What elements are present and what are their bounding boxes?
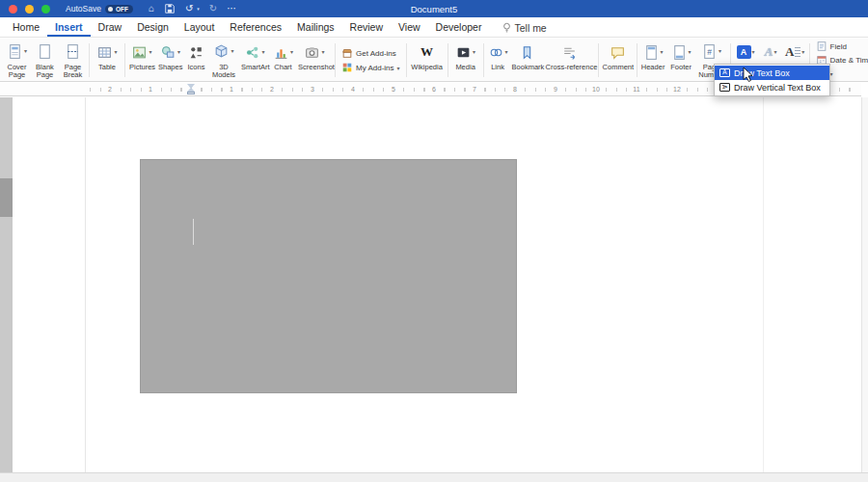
page-break-label: Page Break bbox=[61, 64, 85, 80]
3d-models-icon bbox=[213, 43, 230, 60]
table-button[interactable]: ▾ Table bbox=[93, 40, 122, 80]
ribbon-separator bbox=[406, 43, 407, 77]
chart-button[interactable]: ▾ Chart bbox=[271, 40, 295, 80]
text-box-icon: A bbox=[737, 45, 751, 59]
chevron-down-icon: ▾ bbox=[290, 49, 293, 56]
chevron-down-icon: ▾ bbox=[801, 49, 804, 56]
get-addins-button[interactable]: Get Add-ins bbox=[341, 47, 400, 60]
comment-button[interactable]: Comment bbox=[602, 40, 634, 80]
vertical-scrollbar[interactable] bbox=[861, 97, 868, 472]
pictures-button[interactable]: ▾ Pictures bbox=[128, 40, 155, 80]
save-icon[interactable] bbox=[164, 3, 176, 14]
header-button[interactable]: ▾ Header bbox=[640, 40, 666, 80]
link-label: Link bbox=[488, 64, 508, 72]
ruler-number: 7 bbox=[472, 86, 477, 93]
smartart-icon bbox=[244, 44, 260, 61]
ribbon-separator bbox=[89, 43, 90, 77]
table-label: Table bbox=[94, 64, 121, 72]
tell-me-label: Tell me bbox=[514, 22, 546, 34]
page-number-icon: # bbox=[701, 43, 718, 60]
redo-icon[interactable]: ↻ bbox=[209, 4, 217, 13]
tab-developer[interactable]: Developer bbox=[428, 18, 490, 37]
ruler-number: 11 bbox=[632, 86, 640, 93]
image-placeholder[interactable] bbox=[140, 159, 517, 393]
media-icon bbox=[455, 44, 472, 61]
ribbon-separator bbox=[483, 43, 484, 77]
ruler-number: 10 bbox=[591, 86, 601, 93]
icons-icon bbox=[188, 44, 204, 61]
draw-vertical-text-box-icon: A bbox=[719, 83, 730, 92]
3d-models-button[interactable]: ▾ 3D Models bbox=[209, 40, 238, 80]
tab-layout[interactable]: Layout bbox=[176, 18, 223, 37]
header-label: Header bbox=[641, 64, 665, 72]
chevron-down-icon: ▾ bbox=[261, 49, 264, 56]
chevron-down-icon: ▾ bbox=[231, 48, 233, 55]
tab-home[interactable]: Home bbox=[5, 18, 47, 37]
blank-page-button[interactable]: Blank Page bbox=[32, 40, 58, 80]
field-button[interactable]: Field bbox=[816, 40, 868, 52]
get-addins-icon bbox=[341, 47, 353, 59]
get-addins-label: Get Add-ins bbox=[356, 49, 396, 58]
chevron-down-icon: ▾ bbox=[830, 70, 833, 77]
screenshot-label: Screenshot bbox=[298, 64, 331, 72]
tab-design[interactable]: Design bbox=[129, 18, 176, 37]
tell-me[interactable]: Tell me bbox=[502, 22, 546, 37]
undo-chevron-icon[interactable]: ▾ bbox=[197, 6, 200, 12]
footer-button[interactable]: ▾ Footer bbox=[668, 40, 694, 80]
ruler-number: 9 bbox=[553, 86, 558, 93]
my-addins-button[interactable]: My Add-ins ▾ bbox=[341, 62, 400, 74]
icons-button[interactable]: Icons bbox=[185, 40, 207, 80]
screenshot-button[interactable]: ▾ Screenshot bbox=[297, 40, 332, 80]
ribbon-group-tables: ▾ Table bbox=[93, 40, 122, 80]
chevron-down-icon: ▾ bbox=[689, 49, 692, 56]
cross-reference-icon bbox=[561, 44, 578, 61]
pictures-label: Pictures bbox=[129, 64, 154, 72]
wordart-icon: A bbox=[765, 44, 773, 60]
more-commands-icon[interactable]: ⋯ bbox=[227, 4, 236, 13]
undo-icon[interactable]: ↺ bbox=[185, 4, 193, 13]
tab-references[interactable]: References bbox=[222, 18, 289, 37]
tab-review[interactable]: Review bbox=[342, 18, 391, 37]
table-icon bbox=[96, 44, 113, 61]
ruler-number: 8 bbox=[512, 86, 518, 93]
home-icon[interactable]: ⌂ bbox=[149, 4, 154, 13]
header-icon bbox=[643, 44, 660, 61]
shapes-button[interactable]: ▾ Shapes bbox=[157, 40, 183, 80]
chart-label: Chart bbox=[272, 64, 294, 72]
menu-item-draw-text-box[interactable]: A Draw Text Box bbox=[715, 66, 829, 80]
ruler-number: 4 bbox=[350, 86, 356, 93]
tab-draw[interactable]: Draw bbox=[91, 18, 130, 37]
tab-mailings[interactable]: Mailings bbox=[289, 18, 342, 37]
cross-reference-button[interactable]: Cross-reference bbox=[545, 40, 595, 80]
tab-view[interactable]: View bbox=[391, 18, 428, 37]
3d-models-label: 3D Models bbox=[210, 64, 237, 80]
text-box-menu: A Draw Text Box A Draw Vertical Text Box bbox=[714, 64, 830, 96]
link-button[interactable]: ▾ Link bbox=[487, 40, 509, 80]
window-title: Document5 bbox=[0, 4, 868, 14]
link-icon bbox=[488, 44, 504, 61]
comment-icon bbox=[610, 44, 626, 61]
smartart-label: SmartArt bbox=[241, 64, 268, 72]
menu-item-draw-vertical-text-box[interactable]: A Draw Vertical Text Box bbox=[715, 80, 829, 94]
ribbon-group-addins: Get Add-ins My Add-ins ▾ bbox=[339, 40, 403, 80]
ribbon-separator bbox=[637, 43, 637, 77]
smartart-button[interactable]: ▾ SmartArt bbox=[240, 40, 269, 80]
wikipedia-button[interactable]: W Wikipedia bbox=[410, 40, 445, 80]
pictures-icon bbox=[131, 44, 148, 61]
media-label: Media bbox=[452, 64, 479, 72]
tab-insert[interactable]: Insert bbox=[47, 18, 91, 37]
menu-item-label: Draw Vertical Text Box bbox=[734, 83, 821, 93]
chevron-down-icon: ▾ bbox=[149, 49, 151, 56]
ribbon-separator bbox=[335, 43, 336, 77]
cross-reference-label: Cross-reference bbox=[546, 64, 594, 72]
word-window: Document5 AutoSave OFF ⌂ ↺ ▾ ↻ ⋯ Home In… bbox=[0, 0, 868, 482]
my-addins-icon bbox=[341, 62, 353, 73]
document-area bbox=[0, 97, 868, 472]
blank-page-icon bbox=[37, 43, 53, 60]
page-break-button[interactable]: Page Break bbox=[60, 40, 86, 80]
bookmark-button[interactable]: Bookmark bbox=[511, 40, 543, 80]
chevron-down-icon: ▾ bbox=[24, 48, 27, 55]
left-indent-marker[interactable] bbox=[187, 92, 195, 94]
media-button[interactable]: ▾ Media bbox=[451, 40, 480, 80]
cover-page-button[interactable]: ▾ Cover Page bbox=[4, 40, 30, 80]
